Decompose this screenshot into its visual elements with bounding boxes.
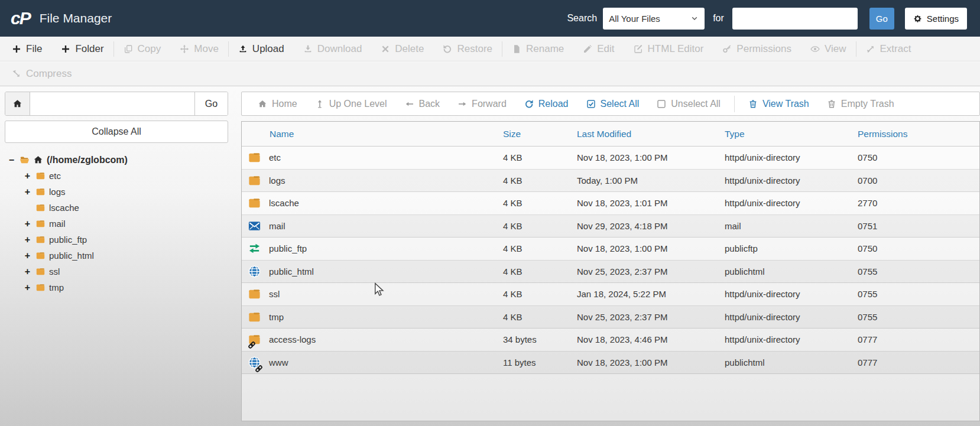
toolbar-upload-button[interactable]: Upload	[229, 37, 294, 61]
reload-icon	[524, 99, 534, 109]
tree-item-tmp[interactable]: + tmp	[7, 279, 128, 295]
tree-collapse-toggle[interactable]: −	[7, 155, 16, 165]
up-arrow-icon	[315, 99, 324, 109]
search-scope-value: All Your Files	[609, 14, 690, 24]
nav-empty-trash-button[interactable]: Empty Trash	[818, 99, 903, 109]
search-input[interactable]	[732, 8, 858, 30]
tree-expand-toggle[interactable]: +	[23, 282, 32, 293]
toolbar-download-button[interactable]: Download	[294, 37, 372, 61]
tree-item-public-html[interactable]: + public_html	[7, 248, 128, 264]
file-row-logs[interactable]: logs 4 KB Today, 1:00 PM httpd/unix-dire…	[242, 170, 979, 193]
file-row-access-logs[interactable]: access-logs 34 bytes Nov 18, 2023, 4:46 …	[242, 329, 979, 352]
nav-unselect-all-button[interactable]: Unselect All	[648, 99, 729, 109]
column-header-name[interactable]: Name	[242, 129, 503, 139]
tree-expand-toggle[interactable]: +	[23, 251, 32, 261]
tree-item-label: tmp	[49, 282, 64, 292]
html-editor-icon	[634, 44, 643, 54]
column-header-type[interactable]: Type	[725, 129, 858, 139]
home-icon	[258, 99, 267, 109]
file-modified: Jan 18, 2024, 5:22 PM	[577, 289, 725, 299]
settings-button[interactable]: Settings	[905, 8, 967, 30]
path-go-button[interactable]: Go	[194, 92, 228, 115]
nav-home-button[interactable]: Home	[249, 99, 306, 109]
file-row-tmp[interactable]: tmp 4 KB Nov 25, 2023, 2:37 PM httpd/uni…	[242, 306, 979, 329]
toolbar-html-editor-button[interactable]: HTML Editor	[624, 37, 713, 61]
tree-item-public-ftp[interactable]: + public_ftp	[7, 232, 128, 248]
nav-forward-button[interactable]: Forward	[449, 99, 515, 109]
header-bar: cP File Manager Search All Your Files fo…	[0, 0, 980, 37]
file-size: 11 bytes	[503, 357, 577, 368]
tree-expand-toggle[interactable]: +	[23, 187, 32, 197]
column-header-last-modified[interactable]: Last Modified	[577, 129, 725, 139]
column-header-size[interactable]: Size	[503, 129, 577, 139]
compress-icon	[12, 69, 21, 79]
tree-item-lscache[interactable]: lscache	[7, 200, 128, 216]
nav-view-trash-button[interactable]: View Trash	[739, 99, 818, 109]
extract-icon	[866, 44, 875, 54]
file-row-etc[interactable]: etc 4 KB Nov 18, 2023, 1:00 PM httpd/uni…	[242, 147, 979, 170]
nav-up-one-level-button[interactable]: Up One Level	[306, 99, 396, 109]
collapse-all-button[interactable]: Collapse All	[5, 121, 228, 143]
path-bar: Go	[5, 92, 228, 116]
file-type: httpd/unix-directory	[725, 312, 858, 322]
toolbar-compress-button[interactable]: Compress	[2, 62, 81, 86]
file-row-public-html[interactable]: public_html 4 KB Nov 25, 2023, 2:37 PM p…	[242, 261, 979, 284]
toolbar-move-button[interactable]: Move	[170, 37, 228, 61]
file-permissions: 0750	[858, 243, 979, 253]
tree-expand-toggle[interactable]: +	[23, 235, 32, 245]
toolbar-permissions-button[interactable]: Permissions	[713, 37, 801, 61]
tree-item-label: (/home/zglobcom)	[47, 155, 128, 165]
nav-select-all-button[interactable]: Select All	[577, 99, 648, 109]
search-go-button[interactable]: Go	[869, 8, 894, 30]
file-row-www[interactable]: www 11 bytes Nov 18, 2023, 1:00 PM publi…	[242, 352, 979, 375]
folder-icon	[35, 219, 46, 229]
checkbox-checked-icon	[586, 99, 596, 109]
toolbar-restore-button[interactable]: Restore	[433, 37, 502, 61]
tree-item-etc[interactable]: + etc	[7, 168, 128, 184]
folder-icon	[35, 282, 46, 292]
file-row-mail[interactable]: mail 4 KB Nov 29, 2023, 4:18 PM mail 075…	[242, 215, 979, 238]
tree-expand-toggle[interactable]: +	[23, 171, 32, 181]
nav-back-button[interactable]: Back	[396, 99, 449, 109]
search-scope-select[interactable]: All Your Files	[603, 8, 705, 30]
tree-item-root[interactable]: − (/home/zglobcom)	[7, 152, 128, 168]
file-manager-window: cP File Manager Search All Your Files fo…	[0, 0, 980, 426]
folder-icon	[35, 235, 46, 245]
file-size: 34 bytes	[503, 334, 577, 344]
file-permissions: 0777	[858, 334, 979, 344]
toolbar-view-button[interactable]: View	[801, 37, 856, 61]
tree-expand-toggle[interactable]: +	[23, 266, 32, 277]
file-permissions: 0777	[858, 357, 979, 368]
toolbar-extract-button[interactable]: Extract	[856, 37, 921, 61]
file-table-header: Name Size Last Modified Type Permissions	[242, 122, 979, 147]
file-row-lscache[interactable]: lscache 4 KB Nov 18, 2023, 1:01 PM httpd…	[242, 192, 979, 215]
toolbar-folder-button[interactable]: Folder	[51, 37, 113, 61]
file-type: httpd/unix-directory	[725, 334, 858, 344]
toolbar-copy-button[interactable]: Copy	[114, 37, 171, 61]
tree-item-logs[interactable]: + logs	[7, 184, 128, 200]
column-header-permissions[interactable]: Permissions	[858, 129, 979, 139]
cpanel-logo: cP	[11, 8, 30, 28]
tree-item-ssl[interactable]: + ssl	[7, 264, 128, 279]
file-modified: Nov 25, 2023, 2:37 PM	[577, 312, 725, 322]
file-row-ssl[interactable]: ssl 4 KB Jan 18, 2024, 5:22 PM httpd/uni…	[242, 283, 979, 306]
toolbar-rename-button[interactable]: Rename	[502, 37, 573, 61]
nav-reload-button[interactable]: Reload	[515, 99, 577, 109]
toolbar-delete-button[interactable]: Delete	[371, 37, 433, 61]
path-home-button[interactable]	[5, 92, 30, 115]
tree-item-mail[interactable]: + mail	[7, 216, 128, 232]
folder-icon	[248, 310, 261, 324]
symlink-icon	[255, 365, 263, 373]
toolbar-edit-button[interactable]: Edit	[573, 37, 624, 61]
plus-icon	[12, 44, 21, 54]
file-name: ssl	[269, 289, 280, 299]
file-row-public-ftp[interactable]: public_ftp 4 KB Nov 18, 2023, 1:00 PM pu…	[242, 238, 979, 261]
tree-expand-toggle[interactable]: +	[23, 219, 32, 229]
home-icon	[12, 99, 22, 109]
toolbar-file-button[interactable]: File	[2, 37, 51, 61]
file-permissions: 0755	[858, 266, 979, 277]
file-modified: Nov 18, 2023, 1:01 PM	[577, 198, 725, 208]
file-permissions: 0700	[858, 175, 979, 186]
home-icon	[33, 155, 43, 165]
path-input[interactable]	[30, 92, 194, 115]
